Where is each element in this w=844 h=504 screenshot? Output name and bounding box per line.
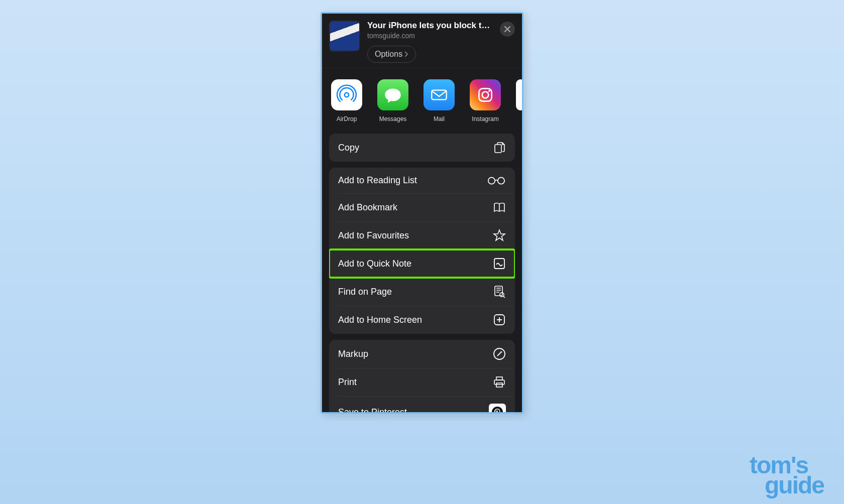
svg-rect-9 (495, 286, 502, 296)
share-target-instagram[interactable]: Instagram (470, 79, 501, 122)
share-target-messages[interactable]: Messages (377, 79, 408, 122)
action-favourites[interactable]: Add to Favourites (329, 221, 515, 249)
share-domain: tomsguide.com (367, 32, 493, 40)
watermark: tom's guide (750, 455, 824, 495)
action-reading-list[interactable]: Add to Reading List (329, 168, 515, 193)
action-print[interactable]: Print (329, 368, 515, 396)
pinterest-icon (489, 404, 506, 414)
svg-point-10 (500, 293, 504, 297)
page-thumbnail (329, 21, 360, 52)
action-label: Add Bookmark (338, 202, 397, 213)
share-sheet: Your iPhone lets you block th... tomsgui… (321, 12, 523, 414)
svg-rect-13 (496, 377, 502, 380)
glasses-icon (487, 176, 506, 186)
svg-point-16 (492, 407, 503, 414)
close-icon (504, 26, 511, 33)
header-text: Your iPhone lets you block th... tomsgui… (367, 21, 493, 63)
action-label: Print (338, 377, 357, 388)
printer-icon (493, 375, 506, 389)
share-target-more[interactable] (516, 79, 522, 110)
action-group: Markup Print Save to Pinterest (329, 340, 515, 414)
target-label: Messages (379, 115, 407, 122)
messages-icon (377, 79, 408, 110)
share-title: Your iPhone lets you block th... (367, 21, 493, 31)
share-target-mail[interactable]: Mail (424, 79, 455, 122)
star-icon (493, 229, 506, 242)
action-label: Markup (338, 349, 368, 359)
svg-rect-1 (432, 90, 446, 100)
share-target-airdrop[interactable]: AirDrop (331, 79, 362, 122)
action-label: Find on Page (338, 287, 392, 297)
action-pinterest[interactable]: Save to Pinterest (329, 396, 515, 414)
book-icon (493, 201, 506, 214)
close-button[interactable] (500, 22, 515, 37)
copy-icon (493, 141, 506, 154)
action-home-screen[interactable]: Add to Home Screen (329, 306, 515, 334)
action-label: Copy (338, 143, 359, 153)
svg-rect-8 (494, 259, 504, 269)
mail-icon (424, 79, 455, 110)
action-markup[interactable]: Markup (329, 340, 515, 368)
action-group: Copy (329, 134, 515, 162)
add-home-screen-icon (493, 313, 506, 326)
find-on-page-icon (493, 285, 506, 298)
options-button[interactable]: Options (367, 46, 416, 63)
quick-note-icon (493, 257, 506, 270)
action-label: Save to Pinterest (338, 407, 407, 414)
svg-point-0 (345, 93, 349, 97)
action-group: Add to Reading List Add Bookmark Add to … (329, 168, 515, 334)
share-header: Your iPhone lets you block th... tomsgui… (322, 14, 522, 68)
target-label: Mail (434, 115, 445, 122)
more-target-icon (516, 79, 522, 110)
action-quick-note[interactable]: Add to Quick Note (329, 249, 515, 278)
actions-list: Copy Add to Reading List Add Bookmark Ad… (322, 134, 522, 414)
airdrop-icon (331, 79, 362, 110)
svg-point-7 (498, 177, 504, 184)
share-targets-row[interactable]: AirDrop Messages Mail Instagram (322, 68, 522, 134)
svg-rect-5 (495, 145, 501, 153)
action-label: Add to Home Screen (338, 315, 422, 325)
markup-icon (493, 347, 506, 360)
action-label: Add to Favourites (338, 230, 409, 241)
svg-rect-15 (496, 383, 502, 387)
target-label: Instagram (472, 115, 498, 122)
svg-point-3 (482, 92, 489, 98)
svg-rect-14 (494, 380, 504, 385)
action-label: Add to Quick Note (338, 259, 411, 269)
svg-point-4 (488, 90, 490, 92)
action-label: Add to Reading List (338, 175, 417, 186)
target-label: AirDrop (337, 115, 357, 122)
svg-point-6 (488, 177, 495, 184)
watermark-line2: guide (765, 475, 824, 495)
chevron-right-icon (404, 51, 408, 57)
options-label: Options (375, 50, 402, 59)
action-copy[interactable]: Copy (329, 134, 515, 162)
instagram-icon (470, 79, 501, 110)
action-bookmark[interactable]: Add Bookmark (329, 193, 515, 221)
action-find-on-page[interactable]: Find on Page (329, 278, 515, 306)
